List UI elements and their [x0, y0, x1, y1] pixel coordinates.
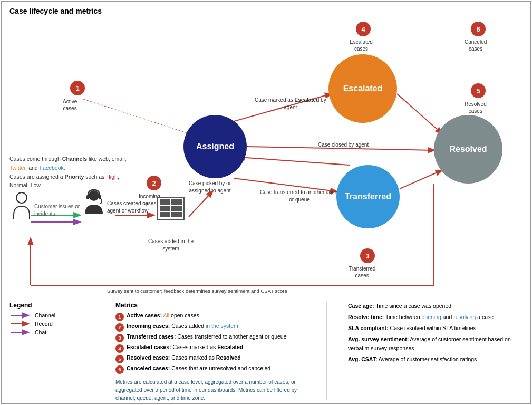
metric-3: 3 Transferred cases: Cases transferred t…: [115, 333, 305, 342]
divider-1: [94, 302, 94, 400]
info-text: Cases come through Channels like web, em…: [9, 155, 136, 190]
right-metric-survey: Avg. survey sentiment: Average of custom…: [348, 335, 524, 354]
metrics-col: Metrics 1 Active cases: All open cases 2…: [115, 302, 305, 400]
closed-label: Case closed by agent: [318, 141, 369, 149]
svg-point-17: [89, 190, 99, 201]
metric-badge-4: 4: [115, 344, 124, 353]
legend-chat: Chat: [9, 329, 73, 335]
metrics-title: Metrics: [115, 302, 305, 309]
badge-4: 4: [356, 22, 371, 36]
node-escalated: Escalated: [328, 54, 397, 123]
metric-badge-6: 6: [115, 365, 124, 374]
escalated-label: Case marked as Escalated byagent: [255, 97, 326, 111]
transferred-label: Case transferred to another agentor queu…: [260, 189, 339, 204]
record-label: Record: [35, 321, 53, 327]
queue-icon: [157, 197, 185, 220]
metric-badge-2: 2: [115, 323, 124, 332]
right-metric-case-age: Case age: Time since a case was opened: [348, 302, 524, 311]
metric-badge-1: 1: [115, 313, 124, 321]
legend-record: Record: [9, 321, 73, 327]
customer-icon: [11, 191, 32, 221]
cases-added-label: Cases added in thesystem: [148, 238, 194, 253]
metrics-note: Metrics are calculated at a case level, …: [115, 378, 305, 402]
main-container: Case lifecycle and metrics: [1, 1, 531, 404]
agent-workflow-label: Cases created byagent or workflow: [107, 200, 148, 215]
badge-6: 6: [471, 22, 486, 36]
metric-badge-5: 5: [115, 355, 124, 363]
metric-6: 6 Canceled cases: Cases that are unresol…: [115, 365, 305, 374]
svg-point-14: [16, 192, 27, 203]
metric-4: 4 Escalated cases: Cases marked as Escal…: [115, 344, 305, 353]
right-metric-csat: Avg. CSAT: Average of customer satisfact…: [348, 355, 524, 364]
channel-label: Channel: [35, 312, 55, 319]
metric-1: 1 Active cases: All open cases: [115, 312, 305, 321]
badge-1: 1: [70, 81, 85, 95]
badge-3-label: Transferredcases: [349, 265, 375, 279]
right-metrics-col: Case age: Time since a case was opened R…: [348, 302, 524, 400]
badge-1-label: Activecases: [63, 98, 77, 112]
legend-col: Legend Channel: [9, 302, 73, 400]
legend-area: Legend Channel: [2, 297, 531, 404]
svg-line-8: [400, 170, 442, 189]
svg-line-9: [239, 157, 350, 165]
badge-3: 3: [360, 248, 375, 263]
case-picked-label: Case picked by orassigned to agent: [189, 180, 231, 195]
svg-rect-18: [86, 195, 89, 199]
metric-5: 5 Resolved cases: Cases marked as Resolv…: [115, 354, 305, 363]
legend-title: Legend: [9, 302, 73, 309]
svg-line-5: [397, 94, 442, 133]
svg-line-13: [83, 99, 197, 136]
divider-2: [326, 302, 327, 400]
diagram-area: Case lifecycle and metrics: [2, 2, 531, 297]
right-metric-resolve-time: Resolve time: Time between opening and r…: [348, 313, 524, 322]
node-resolved: Resolved: [434, 115, 502, 184]
badge-5-label: Resolvedcases: [465, 101, 487, 114]
node-assigned: Assigned: [183, 115, 247, 178]
page-title: Case lifecycle and metrics: [9, 7, 102, 15]
survey-text: Survey sent to customer; feedback determ…: [107, 288, 287, 294]
right-metric-sla: SLA compliant: Case resolved within SLA …: [348, 324, 524, 333]
agent-icon: [81, 189, 107, 220]
chat-arrow-icon: [9, 329, 31, 335]
badge-5: 5: [471, 83, 486, 98]
badge-4-label: Escalatedcases: [350, 38, 373, 52]
badge-6-label: Canceledcases: [465, 38, 487, 52]
record-arrow-icon: [9, 321, 31, 327]
svg-line-3: [189, 191, 212, 217]
chat-label: Chat: [35, 329, 46, 335]
customer-issues-label: Customer issues orincidents: [34, 203, 80, 218]
legend-channel: Channel: [9, 312, 73, 319]
badge-2: 2: [147, 176, 161, 190]
metric-2: 2 Incoming cases: Cases added in the sys…: [115, 323, 305, 332]
metric-badge-3: 3: [115, 334, 124, 342]
node-transferred: Transferred: [336, 165, 400, 228]
channel-arrow-icon: [9, 312, 31, 319]
